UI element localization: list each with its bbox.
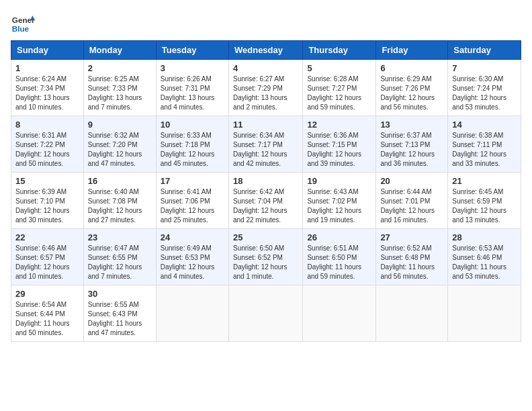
calendar-cell: 3Sunrise: 6:26 AM Sunset: 7:31 PM Daylig… — [156, 60, 228, 116]
day-number: 4 — [233, 63, 298, 73]
calendar-cell: 20Sunrise: 6:44 AM Sunset: 7:01 PM Dayli… — [376, 173, 448, 229]
day-number: 18 — [233, 176, 298, 186]
day-number: 7 — [452, 63, 517, 73]
cell-sun-info: Sunrise: 6:28 AM Sunset: 7:27 PM Dayligh… — [307, 75, 371, 112]
day-number: 1 — [15, 63, 79, 73]
day-number: 6 — [380, 63, 443, 73]
day-number: 20 — [380, 176, 443, 186]
day-number: 25 — [233, 232, 298, 242]
calendar-cell: 1Sunrise: 6:24 AM Sunset: 7:34 PM Daylig… — [11, 60, 84, 116]
cell-sun-info: Sunrise: 6:39 AM Sunset: 7:10 PM Dayligh… — [15, 187, 79, 225]
calendar-cell: 5Sunrise: 6:28 AM Sunset: 7:27 PM Daylig… — [303, 60, 376, 116]
day-number: 5 — [307, 63, 371, 73]
calendar-cell: 2Sunrise: 6:25 AM Sunset: 7:33 PM Daylig… — [83, 60, 156, 116]
calendar-cell: 24Sunrise: 6:49 AM Sunset: 6:53 PM Dayli… — [156, 229, 228, 285]
day-number: 21 — [452, 176, 517, 186]
weekday-header-friday: Friday — [376, 41, 448, 60]
weekday-header-saturday: Saturday — [448, 41, 521, 60]
calendar-cell: 9Sunrise: 6:32 AM Sunset: 7:20 PM Daylig… — [83, 116, 156, 173]
day-number: 29 — [15, 289, 79, 299]
day-number: 9 — [88, 120, 152, 130]
svg-text:Blue: Blue — [12, 24, 30, 33]
cell-sun-info: Sunrise: 6:40 AM Sunset: 7:08 PM Dayligh… — [88, 187, 152, 225]
calendar-header-row: SundayMondayTuesdayWednesdayThursdayFrid… — [11, 41, 521, 60]
cell-sun-info: Sunrise: 6:42 AM Sunset: 7:04 PM Dayligh… — [233, 187, 298, 225]
cell-sun-info: Sunrise: 6:43 AM Sunset: 7:02 PM Dayligh… — [307, 187, 371, 225]
day-number: 15 — [15, 176, 79, 186]
calendar-table: SundayMondayTuesdayWednesdayThursdayFrid… — [11, 40, 521, 342]
day-number: 26 — [307, 232, 371, 242]
day-number: 30 — [88, 289, 152, 299]
calendar-cell: 8Sunrise: 6:31 AM Sunset: 7:22 PM Daylig… — [11, 116, 84, 173]
calendar-cell: 27Sunrise: 6:52 AM Sunset: 6:48 PM Dayli… — [376, 229, 448, 285]
day-number: 11 — [233, 120, 298, 130]
cell-sun-info: Sunrise: 6:26 AM Sunset: 7:31 PM Dayligh… — [161, 75, 224, 112]
cell-sun-info: Sunrise: 6:53 AM Sunset: 6:46 PM Dayligh… — [452, 244, 517, 281]
calendar-cell — [376, 285, 448, 342]
calendar-cell: 29Sunrise: 6:54 AM Sunset: 6:44 PM Dayli… — [11, 285, 84, 342]
day-number: 22 — [15, 232, 79, 242]
weekday-header-monday: Monday — [83, 41, 156, 60]
calendar-cell: 17Sunrise: 6:41 AM Sunset: 7:06 PM Dayli… — [156, 173, 228, 229]
cell-sun-info: Sunrise: 6:44 AM Sunset: 7:01 PM Dayligh… — [380, 187, 443, 225]
cell-sun-info: Sunrise: 6:24 AM Sunset: 7:34 PM Dayligh… — [15, 75, 79, 112]
cell-sun-info: Sunrise: 6:38 AM Sunset: 7:11 PM Dayligh… — [452, 131, 517, 169]
calendar-cell — [156, 285, 228, 342]
page-header: General Blue — [11, 11, 521, 35]
calendar-cell: 6Sunrise: 6:29 AM Sunset: 7:26 PM Daylig… — [376, 60, 448, 116]
day-number: 10 — [161, 120, 224, 130]
day-number: 16 — [88, 176, 152, 186]
cell-sun-info: Sunrise: 6:27 AM Sunset: 7:29 PM Dayligh… — [233, 75, 298, 112]
cell-sun-info: Sunrise: 6:30 AM Sunset: 7:24 PM Dayligh… — [452, 75, 517, 112]
day-number: 14 — [452, 120, 517, 130]
weekday-header-thursday: Thursday — [303, 41, 376, 60]
calendar-cell: 4Sunrise: 6:27 AM Sunset: 7:29 PM Daylig… — [228, 60, 302, 116]
cell-sun-info: Sunrise: 6:25 AM Sunset: 7:33 PM Dayligh… — [88, 75, 152, 112]
day-number: 17 — [161, 176, 224, 186]
calendar-cell: 22Sunrise: 6:46 AM Sunset: 6:57 PM Dayli… — [11, 229, 84, 285]
cell-sun-info: Sunrise: 6:31 AM Sunset: 7:22 PM Dayligh… — [15, 131, 79, 169]
calendar-cell: 19Sunrise: 6:43 AM Sunset: 7:02 PM Dayli… — [303, 173, 376, 229]
calendar-cell: 28Sunrise: 6:53 AM Sunset: 6:46 PM Dayli… — [448, 229, 521, 285]
calendar-cell: 7Sunrise: 6:30 AM Sunset: 7:24 PM Daylig… — [448, 60, 521, 116]
calendar-cell: 25Sunrise: 6:50 AM Sunset: 6:52 PM Dayli… — [228, 229, 302, 285]
day-number: 3 — [161, 63, 224, 73]
cell-sun-info: Sunrise: 6:46 AM Sunset: 6:57 PM Dayligh… — [15, 244, 79, 281]
day-number: 2 — [88, 63, 152, 73]
calendar-cell: 15Sunrise: 6:39 AM Sunset: 7:10 PM Dayli… — [11, 173, 84, 229]
cell-sun-info: Sunrise: 6:29 AM Sunset: 7:26 PM Dayligh… — [380, 75, 443, 112]
logo-icon: General Blue — [11, 11, 35, 35]
cell-sun-info: Sunrise: 6:50 AM Sunset: 6:52 PM Dayligh… — [233, 244, 298, 281]
weekday-header-wednesday: Wednesday — [228, 41, 302, 60]
day-number: 13 — [380, 120, 443, 130]
day-number: 19 — [307, 176, 371, 186]
calendar-cell — [228, 285, 302, 342]
cell-sun-info: Sunrise: 6:41 AM Sunset: 7:06 PM Dayligh… — [161, 187, 224, 225]
calendar-week-row: 15Sunrise: 6:39 AM Sunset: 7:10 PM Dayli… — [11, 173, 521, 229]
cell-sun-info: Sunrise: 6:37 AM Sunset: 7:13 PM Dayligh… — [380, 131, 443, 169]
calendar-cell: 16Sunrise: 6:40 AM Sunset: 7:08 PM Dayli… — [83, 173, 156, 229]
weekday-header-sunday: Sunday — [11, 41, 84, 60]
cell-sun-info: Sunrise: 6:45 AM Sunset: 6:59 PM Dayligh… — [452, 187, 517, 225]
cell-sun-info: Sunrise: 6:55 AM Sunset: 6:43 PM Dayligh… — [88, 300, 152, 338]
calendar-cell: 21Sunrise: 6:45 AM Sunset: 6:59 PM Dayli… — [448, 173, 521, 229]
calendar-cell: 13Sunrise: 6:37 AM Sunset: 7:13 PM Dayli… — [376, 116, 448, 173]
logo: General Blue — [11, 11, 35, 35]
weekday-header-tuesday: Tuesday — [156, 41, 228, 60]
cell-sun-info: Sunrise: 6:32 AM Sunset: 7:20 PM Dayligh… — [88, 131, 152, 169]
calendar-week-row: 29Sunrise: 6:54 AM Sunset: 6:44 PM Dayli… — [11, 285, 521, 342]
calendar-cell: 10Sunrise: 6:33 AM Sunset: 7:18 PM Dayli… — [156, 116, 228, 173]
cell-sun-info: Sunrise: 6:36 AM Sunset: 7:15 PM Dayligh… — [307, 131, 371, 169]
calendar-cell: 11Sunrise: 6:34 AM Sunset: 7:17 PM Dayli… — [228, 116, 302, 173]
cell-sun-info: Sunrise: 6:47 AM Sunset: 6:55 PM Dayligh… — [88, 244, 152, 281]
cell-sun-info: Sunrise: 6:33 AM Sunset: 7:18 PM Dayligh… — [161, 131, 224, 169]
calendar-week-row: 1Sunrise: 6:24 AM Sunset: 7:34 PM Daylig… — [11, 60, 521, 116]
calendar-cell: 18Sunrise: 6:42 AM Sunset: 7:04 PM Dayli… — [228, 173, 302, 229]
calendar-cell: 26Sunrise: 6:51 AM Sunset: 6:50 PM Dayli… — [303, 229, 376, 285]
day-number: 23 — [88, 232, 152, 242]
calendar-cell: 23Sunrise: 6:47 AM Sunset: 6:55 PM Dayli… — [83, 229, 156, 285]
day-number: 28 — [452, 232, 517, 242]
day-number: 27 — [380, 232, 443, 242]
cell-sun-info: Sunrise: 6:49 AM Sunset: 6:53 PM Dayligh… — [161, 244, 224, 281]
calendar-week-row: 8Sunrise: 6:31 AM Sunset: 7:22 PM Daylig… — [11, 116, 521, 173]
